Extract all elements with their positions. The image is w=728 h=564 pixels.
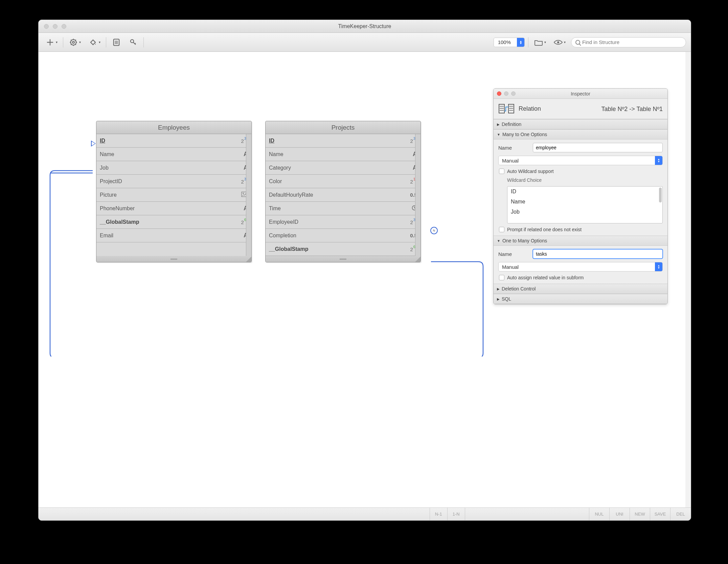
field-row[interactable]: Time	[266, 202, 420, 215]
list-item[interactable]: ID	[507, 187, 662, 197]
list-item[interactable]: Name	[507, 197, 662, 207]
gear-icon	[69, 38, 78, 47]
wildcard-choice-list[interactable]: ID Name Job	[507, 186, 663, 223]
structure-canvas[interactable]: N Employees ID232 NameA JobA ProjectID23…	[39, 52, 691, 507]
svg-rect-8	[499, 104, 504, 113]
field-row[interactable]: ProjectID232	[96, 175, 251, 188]
field-row[interactable]: Color216	[266, 175, 420, 188]
field-row[interactable]: ID232	[96, 134, 251, 148]
view-button[interactable]: ▾	[551, 36, 568, 48]
grip-icon	[170, 259, 177, 260]
field-row[interactable]: CategoryA	[266, 161, 420, 175]
auto-assign-checkbox[interactable]	[499, 275, 504, 280]
zoom-value: 100%	[494, 39, 517, 45]
key-icon	[129, 38, 138, 47]
status-uni: UNI	[610, 508, 630, 520]
list-item[interactable]: Job	[507, 207, 662, 217]
status-n1: N-1	[430, 508, 448, 520]
relation-icon	[498, 103, 515, 115]
inspector-titlebar: Inspector	[494, 89, 667, 99]
window-title: TimeKeeper-Structure	[39, 23, 691, 29]
titlebar: TimeKeeper-Structure	[39, 20, 691, 33]
field-row[interactable]: NameA	[96, 148, 251, 161]
list-scrollbar[interactable]	[659, 188, 662, 202]
select-chevron-icon: ▴▾	[655, 156, 662, 165]
toolbar-divider	[143, 37, 144, 47]
svg-point-3	[131, 39, 134, 42]
section-sql[interactable]: ▶ SQL	[494, 294, 667, 304]
chevron-down-icon: ▼	[497, 133, 500, 136]
section-definition[interactable]: ▶ Definition	[494, 119, 667, 129]
chevron-down-icon: ▾	[99, 40, 100, 44]
field-row[interactable]: Picture	[96, 188, 251, 202]
status-spacer	[465, 508, 589, 520]
inspector-panel: Inspector Relation Table Nº2 -> Table Nº…	[493, 88, 668, 304]
table-header[interactable]: Employees	[96, 121, 251, 134]
inspector-header: Relation Table Nº2 -> Table Nº1	[494, 99, 667, 119]
table-body: ID232 NameA JobA ProjectID232 Picture Ph…	[96, 134, 251, 256]
table-header[interactable]: Projects	[266, 121, 420, 134]
paint-button[interactable]: ▾	[86, 36, 103, 48]
table-scrollbar[interactable]	[415, 134, 420, 256]
section-one-to-many[interactable]: ▼ One to Many Options	[494, 236, 667, 246]
field-row[interactable]: JobA	[96, 161, 251, 175]
chevron-down-icon: ▾	[564, 40, 566, 44]
grip-icon	[340, 259, 346, 260]
table-employees[interactable]: Employees ID232 NameA JobA ProjectID232 …	[96, 121, 252, 262]
field-row[interactable]: PhoneNumberA	[96, 202, 251, 215]
field-row[interactable]: EmployeeID232	[266, 215, 420, 229]
toolbar-divider	[528, 37, 528, 47]
chevron-right-icon: ▶	[497, 287, 500, 291]
section-deletion-control[interactable]: ▶ Deletion Control	[494, 284, 667, 294]
resize-handle[interactable]	[415, 257, 420, 262]
field-row[interactable]: DefaultHourlyRate0.5	[266, 188, 420, 202]
field-row[interactable]: __GlobalStamp264	[96, 215, 251, 229]
table-projects[interactable]: Projects ID232 NameA CategoryA Color216 …	[265, 121, 421, 262]
status-save: SAVE	[650, 508, 670, 520]
field-row[interactable]: __GlobalStamp264	[266, 242, 420, 256]
search-input[interactable]	[582, 39, 682, 45]
field-row[interactable]: ID232	[266, 134, 420, 148]
auto-wildcard-label: Auto Wildcard support	[507, 169, 554, 174]
inspector-subtitle: Table Nº2 -> Table Nº1	[545, 106, 663, 112]
status-1n: 1-N	[448, 508, 465, 520]
field-row[interactable]: NameA	[266, 148, 420, 161]
otm-mode-select[interactable]: Manual ▴▾	[498, 262, 663, 272]
zoom-select[interactable]: 100% ▴▾	[494, 38, 525, 47]
auto-wildcard-checkbox[interactable]	[499, 169, 504, 174]
field-row[interactable]: EmailA	[96, 229, 251, 242]
table-footer	[96, 256, 251, 262]
search-icon	[575, 40, 580, 45]
table-footer	[266, 256, 420, 262]
field-row[interactable]: Completion0.5	[266, 229, 420, 242]
relation-many-badge: N	[430, 227, 438, 234]
chevron-down-icon: ▾	[544, 40, 546, 44]
resize-handle[interactable]	[246, 257, 251, 262]
prompt-label: Prompt if related one does not exist	[507, 227, 582, 232]
status-del: DEL	[670, 508, 691, 520]
field-row-empty	[96, 242, 251, 256]
mto-mode-select[interactable]: Manual ▴▾	[498, 156, 663, 165]
svg-rect-9	[508, 104, 514, 113]
status-left	[39, 508, 430, 520]
inspector-title: Inspector	[494, 91, 667, 96]
chevron-down-icon: ▾	[79, 40, 81, 44]
prompt-checkbox[interactable]	[499, 227, 504, 232]
paint-bucket-icon	[88, 38, 98, 47]
status-nul: NUL	[589, 508, 610, 520]
list-button[interactable]	[110, 36, 123, 48]
folder-button[interactable]: ▾	[532, 36, 548, 48]
auto-assign-label: Auto assign related value in subform	[507, 275, 584, 280]
section-many-to-one[interactable]: ▼ Many to One Options	[494, 129, 667, 139]
search-field[interactable]	[571, 37, 686, 47]
table-scrollbar[interactable]	[246, 134, 251, 256]
toolbar: ▾ ▾ ▾ 100% ▴▾ ▾ ▾	[39, 33, 691, 52]
folder-icon	[534, 38, 543, 47]
section-one-to-many-body: Name Manual ▴▾ Auto assign related value…	[494, 246, 667, 284]
otm-name-input[interactable]	[533, 249, 663, 259]
relation-name-input[interactable]	[533, 143, 663, 152]
key-button[interactable]	[127, 36, 140, 48]
add-button[interactable]: ▾	[43, 36, 60, 48]
settings-button[interactable]: ▾	[67, 36, 83, 48]
chevron-down-icon: ▼	[497, 239, 500, 243]
